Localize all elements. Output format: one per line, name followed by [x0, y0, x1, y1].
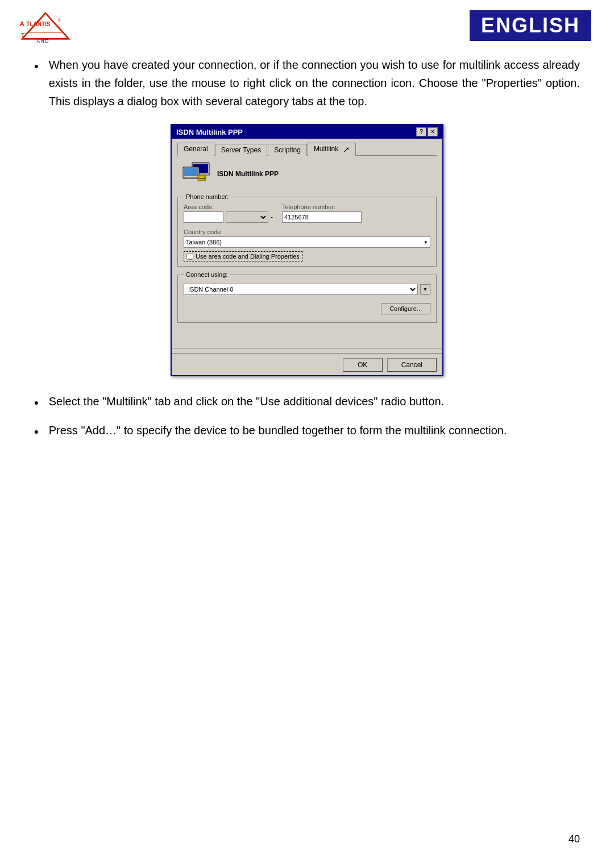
- page-header: T TLANTIS A ® AND ENGLISH: [0, 0, 614, 44]
- cursor-icon: ↗: [343, 145, 350, 154]
- connect-using-legend: Connect using:: [184, 271, 230, 278]
- bullet-dot-2: •: [34, 393, 39, 412]
- area-code-label: Area code:: [184, 203, 273, 210]
- svg-text:TLANTIS: TLANTIS: [26, 21, 51, 27]
- ok-button[interactable]: OK: [343, 358, 383, 372]
- area-code-dropdown[interactable]: [226, 211, 268, 223]
- tabs-row: General Server Types Scripting Multilink…: [177, 142, 437, 156]
- conn-icon-row: ⟷ ISDN Multilink PPP: [182, 161, 432, 186]
- connection-name-label: ISDN Multilink PPP: [217, 170, 279, 178]
- country-select[interactable]: Taiwan (886): [184, 236, 430, 248]
- svg-text:®: ®: [58, 18, 61, 22]
- configure-button[interactable]: Configure...: [381, 303, 430, 314]
- svg-rect-13: [184, 168, 198, 176]
- dialog-titlebar: ISDN Multilink PPP ? ×: [172, 125, 442, 139]
- bullet-dot-3: •: [34, 422, 39, 441]
- bullet-item-1: • When you have created your connection,…: [34, 56, 580, 110]
- english-badge: ENGLISH: [470, 10, 591, 41]
- spacer: [177, 327, 437, 339]
- tab-multilink[interactable]: Multilink ↗: [308, 143, 356, 156]
- phone-field-row: Area code: - Telephone number:: [184, 203, 430, 223]
- bottom-bullets: • Select the "Multilink" tab and click o…: [34, 392, 580, 441]
- bullet-text-3: Press "Add…" to specify the device to be…: [49, 421, 507, 439]
- svg-text:A: A: [20, 20, 25, 28]
- area-code-input[interactable]: [184, 211, 223, 223]
- connection-icon-svg: ⟷: [182, 161, 211, 186]
- device-select-row: ISDN Channel 0 ▼: [184, 284, 430, 295]
- tab-scripting[interactable]: Scripting: [268, 144, 307, 156]
- device-select[interactable]: ISDN Channel 0: [184, 284, 418, 295]
- separator: -: [271, 213, 273, 221]
- atlantis-logo: T TLANTIS A ® AND: [17, 10, 74, 44]
- bullet-item-3: • Press "Add…" to specify the device to …: [34, 421, 580, 441]
- area-code-col: Area code: -: [184, 203, 273, 223]
- use-area-code-label: Use area code and Dialing Properties: [196, 253, 300, 260]
- country-select-wrapper: Taiwan (886): [184, 236, 430, 248]
- svg-text:T: T: [21, 32, 24, 39]
- country-section: Country code: Taiwan (886): [184, 226, 430, 248]
- page-number: 40: [569, 833, 580, 845]
- tab-server-types[interactable]: Server Types: [215, 144, 267, 156]
- cancel-button[interactable]: Cancel: [387, 358, 437, 372]
- dialog-body: General Server Types Scripting Multilink…: [172, 139, 442, 344]
- connect-inner: ISDN Channel 0 ▼ Configure...: [184, 281, 430, 317]
- dialog-divider: [172, 348, 442, 348]
- device-dropdown-btn[interactable]: ▼: [420, 284, 430, 294]
- close-button[interactable]: ×: [428, 127, 438, 136]
- logo-area: T TLANTIS A ® AND: [17, 10, 74, 44]
- configure-btn-row: Configure...: [184, 300, 430, 314]
- svg-text:AND: AND: [37, 39, 50, 44]
- tab-general[interactable]: General: [177, 143, 214, 156]
- telephone-label: Telephone number:: [282, 203, 362, 210]
- titlebar-buttons: ? ×: [416, 127, 438, 136]
- area-code-input-row: -: [184, 211, 273, 223]
- svg-text:⟷: ⟷: [199, 176, 206, 181]
- bullet-text-1: When you have created your connection, o…: [49, 56, 580, 110]
- connect-using-fieldset: Connect using: ISDN Channel 0 ▼ Configur…: [177, 271, 437, 323]
- phone-number-legend: Phone number:: [184, 193, 231, 200]
- help-button[interactable]: ?: [416, 127, 426, 136]
- connection-icons: ⟷: [182, 161, 211, 186]
- bullet-dot-1: •: [34, 57, 39, 76]
- telephone-col: Telephone number:: [282, 203, 362, 223]
- svg-rect-14: [184, 177, 198, 178]
- use-area-code-checkbox-area[interactable]: Use area code and Dialing Properties: [184, 251, 302, 261]
- dialog-container: ISDN Multilink PPP ? × General Server Ty…: [34, 124, 580, 376]
- dialog-footer: OK Cancel: [172, 353, 442, 375]
- country-code-label: Country code:: [184, 229, 222, 235]
- dialog-title: ISDN Multilink PPP: [176, 128, 243, 136]
- content-area: • When you have created your connection,…: [0, 44, 614, 467]
- telephone-input[interactable]: [282, 211, 362, 223]
- checkbox-row: Use area code and Dialing Properties: [184, 251, 430, 261]
- bullet-item-2: • Select the "Multilink" tab and click o…: [34, 392, 580, 412]
- use-area-code-checkbox[interactable]: [186, 253, 193, 260]
- dialog-box: ISDN Multilink PPP ? × General Server Ty…: [171, 124, 443, 376]
- phone-number-fieldset: Phone number: Area code: -: [177, 193, 437, 267]
- bullet-text-2: Select the "Multilink" tab and click on …: [49, 392, 444, 410]
